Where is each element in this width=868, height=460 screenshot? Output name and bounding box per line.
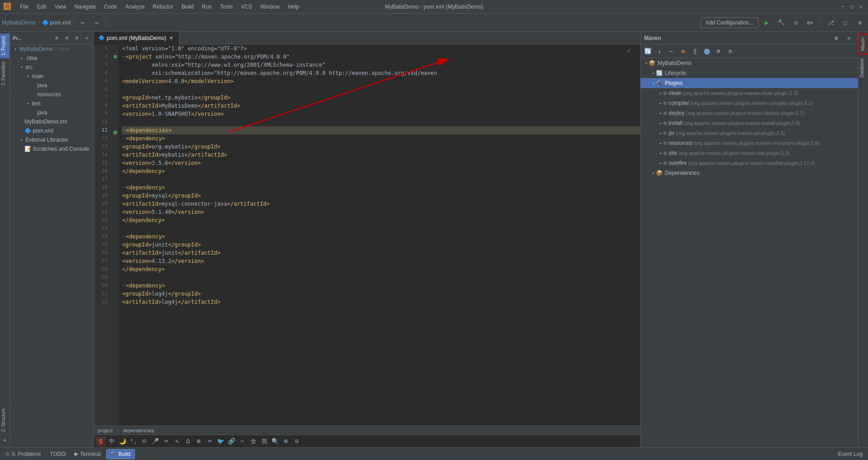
sidebar-menu-button[interactable]: ≡	[63, 34, 71, 42]
ime-btn-18[interactable]: ⊡	[292, 436, 302, 446]
tree-item-src[interactable]: ▾src	[10, 63, 94, 72]
maven-settings-button[interactable]: ⚙	[831, 33, 842, 44]
maven-item-plugins[interactable]: ▾🔌Plugins	[641, 78, 858, 88]
code-line-5[interactable]: <modelVersion>4.0.0</modelVersion>	[122, 77, 640, 85]
maven-arrow-4[interactable]: ▸	[660, 101, 662, 105]
add-panel-button[interactable]: +	[1, 435, 8, 445]
ime-btn-6[interactable]: ⌨	[161, 436, 171, 446]
sidebar-settings-button[interactable]: ⚙	[73, 34, 81, 42]
menu-item-refactor[interactable]: Refactor	[149, 2, 177, 12]
maven-filter-button[interactable]: ≡	[725, 46, 736, 57]
fold-marker-24[interactable]: ▾	[122, 232, 125, 241]
menu-item-window[interactable]: Window	[256, 2, 283, 12]
maven-run-button[interactable]: m	[678, 46, 689, 57]
tree-item-resources[interactable]: resources	[10, 90, 94, 99]
code-line-27[interactable]: <version>4.13.2</version>	[122, 257, 640, 265]
tree-arrow-2[interactable]: ▾	[19, 64, 25, 70]
code-line-11[interactable]: ▾ <dependencies>	[122, 126, 640, 134]
tab-project[interactable]: 1: Project	[0, 34, 10, 58]
code-line-32[interactable]: <artifactId>log4j</artifactId>	[122, 298, 640, 306]
code-line-22[interactable]: </dependency>	[122, 216, 640, 224]
maven-arrow-10[interactable]: ▸	[660, 161, 662, 165]
code-line-12[interactable]: ▾ <dependency>	[122, 134, 640, 143]
ime-btn-3[interactable]: °,	[128, 436, 138, 446]
code-line-13[interactable]: <groupId>org.mybatis</groupId>	[122, 143, 640, 151]
tree-item-pom-xml[interactable]: 🔷 pom.xml	[10, 126, 94, 135]
bottom-btn-terminal[interactable]: ▶ Terminal	[71, 449, 104, 459]
ime-btn-7[interactable]: ✎	[172, 436, 182, 446]
ime-btn-16[interactable]: 🔍	[270, 436, 280, 446]
code-content[interactable]: <?xml version="1.0" encoding="UTF-8"?>▾<…	[118, 45, 640, 425]
add-configuration-button[interactable]: Add Configuration...	[700, 17, 759, 28]
sidebar-add-button[interactable]: ⊕	[53, 34, 61, 42]
maven-hide-button[interactable]: «	[843, 33, 854, 44]
tab-maven[interactable]: Maven	[858, 34, 868, 54]
code-line-18[interactable]: ▾ <dependency>	[122, 183, 640, 192]
maven-arrow-3[interactable]: ▸	[660, 91, 662, 95]
code-line-9[interactable]: <version>1.0-SNAPSHOT</version>	[122, 110, 640, 118]
code-editor[interactable]: 1234567891011121314151617181920212223242…	[94, 45, 640, 425]
event-log-button[interactable]: Event Log	[834, 449, 866, 459]
code-line-6[interactable]	[122, 85, 640, 94]
maven-arrow-1[interactable]: ▸	[652, 71, 655, 75]
tree-item-main[interactable]: ▾main	[10, 72, 94, 81]
maven-arrow-0[interactable]: ▾	[645, 61, 647, 65]
ime-btn-10[interactable]: ⌨	[205, 436, 215, 446]
code-line-8[interactable]: <artifactId>MyBatisDemo</artifactId>	[122, 102, 640, 110]
maven-arrow-5[interactable]: ▸	[660, 111, 662, 115]
ime-btn-14[interactable]: 全	[248, 436, 258, 446]
maven-arrow-6[interactable]: ▸	[660, 121, 662, 125]
tree-arrow-1[interactable]: ▸	[19, 55, 25, 61]
ime-btn-0[interactable]: S	[96, 436, 106, 446]
maven-item-install[interactable]: ▸⚙install (org.apache.maven.plugins:mave…	[641, 118, 858, 128]
fold-marker-2[interactable]: ▾	[122, 53, 125, 61]
maven-download-button[interactable]: ↓	[654, 46, 665, 57]
code-line-7[interactable]: <groupId>net.tp.mybatis</groupId>	[122, 94, 640, 102]
code-line-25[interactable]: <groupId>junit</groupId>	[122, 241, 640, 249]
tree-item-mybatisdemo-iml[interactable]: MyBatisDemo.iml	[10, 117, 94, 126]
code-line-20[interactable]: <artifactId>mysql-connector-java</artifa…	[122, 200, 640, 208]
maven-settings2-button[interactable]: ⊕	[713, 46, 724, 57]
code-line-23[interactable]	[122, 224, 640, 232]
tree-arrow-0[interactable]: ▾	[13, 46, 18, 52]
maven-item-site[interactable]: ▸⚙site (org.apache.maven.plugins:maven-s…	[641, 148, 858, 158]
fold-marker-11[interactable]: ▾	[122, 126, 125, 134]
tree-item-mybatisdemo[interactable]: ▾MyBatisDemo D:\Idea	[10, 45, 94, 54]
menu-item-build[interactable]: Build	[178, 2, 197, 12]
tree-item-external-libraries[interactable]: ▸External Libraries	[10, 135, 94, 144]
more-button[interactable]: ⚙	[853, 16, 866, 29]
code-line-4[interactable]: xsi:schemaLocation="http://maven.apache.…	[122, 69, 640, 77]
menu-item-file[interactable]: File	[16, 2, 32, 12]
navigate-forward-button[interactable]: →	[90, 16, 103, 29]
maven-arrow-2[interactable]: ▾	[652, 81, 655, 85]
bottom-btn-build[interactable]: 🔨 Build	[106, 449, 135, 459]
maven-item-dependencies[interactable]: ▸📦Dependencies	[641, 168, 858, 178]
menu-item-edit[interactable]: Edit	[33, 2, 50, 12]
menu-item-analyze[interactable]: Analyze	[122, 2, 148, 12]
navigate-back-button[interactable]: ←	[77, 16, 89, 29]
code-line-14[interactable]: <artifactId>mybatis</artifactId>	[122, 151, 640, 159]
fold-marker-12[interactable]: ▾	[122, 134, 125, 143]
run-button[interactable]: ▶	[760, 16, 773, 29]
bottom-btn-todo[interactable]: TODO	[46, 449, 69, 459]
ime-btn-17[interactable]: ⊞	[281, 436, 291, 446]
menu-item-view[interactable]: View	[51, 2, 70, 12]
maven-item-surefire[interactable]: ▸⚙surefire (org.apache.maven.plugins:mav…	[641, 158, 858, 168]
maven-item-deploy[interactable]: ▸⚙deploy (org.apache.maven.plugins:maven…	[641, 108, 858, 118]
tree-arrow-10[interactable]: ▸	[19, 137, 25, 143]
tree-arrow-6[interactable]: ▾	[25, 101, 31, 106]
tab-structure[interactable]: Z: Structure	[0, 406, 10, 435]
ime-btn-4[interactable]: ☺	[139, 436, 149, 446]
tab-database[interactable]: Database	[858, 55, 868, 80]
code-line-30[interactable]: ▾ <dependency>	[122, 282, 640, 290]
close-button[interactable]: ✕	[857, 3, 864, 10]
maven-lifecycle-button[interactable]: ‖	[690, 46, 700, 57]
tab-favorites[interactable]: 2: Favorites	[0, 59, 10, 88]
tab-pom-xml[interactable]: 🔷 pom.xml (MyBatisDemo) ✕	[94, 32, 179, 45]
bottom-btn-6--problems[interactable]: ⚠ 6: Problems	[2, 449, 44, 459]
code-line-16[interactable]: </dependency>	[122, 167, 640, 175]
maven-item-mybatisdemo[interactable]: ▾📦MyBatisDemo	[641, 58, 858, 68]
minimize-button[interactable]: ─	[839, 3, 846, 10]
maven-arrow-11[interactable]: ▸	[652, 171, 655, 175]
maven-item-lifecycle[interactable]: ▸🔄Lifecycle	[641, 68, 858, 78]
